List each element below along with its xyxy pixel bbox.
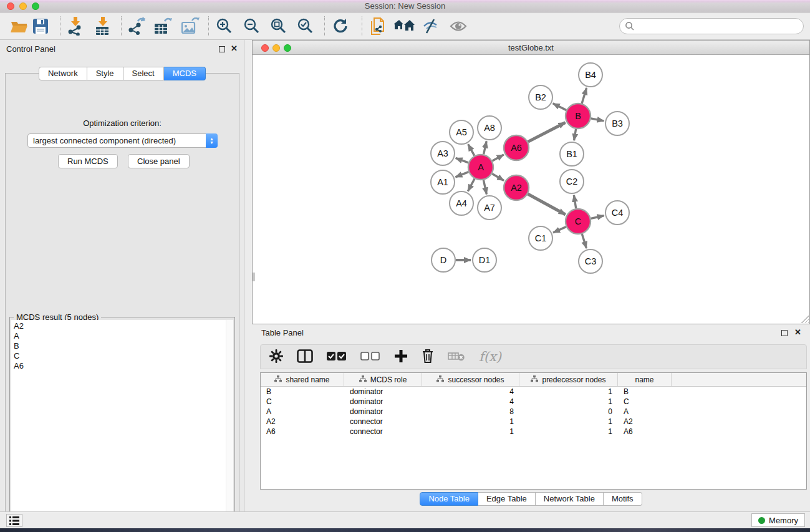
node-C1[interactable]: C1 (529, 226, 552, 250)
mcds-result-item[interactable]: B (14, 341, 226, 351)
memory-button[interactable]: Memory (751, 513, 805, 527)
table-cell[interactable]: 1 (519, 417, 618, 426)
window-resize-grip[interactable] (801, 316, 809, 323)
table-cell[interactable]: 0 (519, 407, 618, 416)
edge-B-B3[interactable] (591, 118, 604, 121)
edge-A-A7[interactable] (483, 180, 486, 195)
table-cell[interactable]: A6 (618, 427, 672, 436)
edge-A6-B[interactable] (528, 123, 566, 142)
table-cell[interactable]: dominator (344, 387, 422, 396)
table-cell[interactable]: 1 (422, 417, 519, 426)
node-B[interactable]: B (566, 104, 591, 128)
edge-A-A4[interactable] (468, 179, 475, 191)
node-A8[interactable]: A8 (478, 116, 501, 140)
network-scrollbar-stub[interactable] (253, 273, 255, 281)
table-cell[interactable]: 4 (422, 387, 519, 396)
table-cell[interactable]: B (618, 387, 672, 396)
table-cell[interactable]: A (261, 407, 344, 416)
table-cell[interactable]: C (261, 397, 344, 406)
import-table-icon[interactable] (94, 17, 111, 36)
show-details-eye-icon[interactable] (449, 17, 468, 36)
node-table-body[interactable]: Bdominator41BCdominator41CAdominator80AA… (261, 387, 806, 437)
node-D[interactable]: D (432, 248, 455, 272)
zoom-out-icon[interactable] (243, 17, 261, 36)
tab-motifs[interactable]: Motifs (604, 492, 642, 506)
close-table-panel-icon[interactable]: ✕ (794, 327, 801, 337)
float-table-panel-icon[interactable] (781, 329, 788, 338)
mcds-result-item[interactable]: A2 (14, 321, 226, 331)
add-column-icon[interactable] (394, 349, 408, 365)
export-table-icon[interactable] (153, 17, 172, 36)
mcds-result-list[interactable]: A2ABCA6 (11, 320, 226, 531)
column-header-successor-nodes[interactable]: successor nodes (422, 373, 519, 386)
hide-details-icon[interactable] (422, 17, 440, 36)
tab-style[interactable]: Style (87, 67, 123, 80)
close-panel-icon[interactable]: ✕ (231, 44, 238, 53)
node-B4[interactable]: B4 (579, 63, 602, 87)
table-cell[interactable]: 8 (422, 407, 519, 416)
table-cell[interactable]: A2 (261, 417, 344, 426)
column-header-name[interactable]: name (618, 373, 672, 386)
edge-B-B1[interactable] (574, 129, 576, 141)
search-input[interactable] (635, 20, 803, 32)
node-B3[interactable]: B3 (605, 112, 629, 135)
node-A5[interactable]: A5 (450, 120, 473, 144)
table-cell[interactable]: 4 (422, 397, 519, 406)
tab-mcds[interactable]: MCDS (164, 67, 206, 80)
export-image-icon[interactable] (181, 17, 200, 36)
column-header-shared-name[interactable]: shared name (261, 373, 344, 386)
delete-table-icon[interactable] (448, 351, 465, 364)
criterion-dropdown[interactable]: largest connected component (directed) ▲… (27, 133, 218, 148)
tab-network-table[interactable]: Network Table (536, 492, 604, 506)
run-mcds-button[interactable]: Run MCDS (58, 154, 118, 168)
table-cell[interactable]: connector (344, 427, 422, 436)
table-cell[interactable]: A (618, 407, 672, 416)
export-network-icon[interactable] (127, 17, 146, 36)
delete-column-icon[interactable] (422, 349, 434, 365)
edge-A-A3[interactable] (456, 158, 469, 162)
edge-C-C2[interactable] (574, 195, 576, 209)
network-window-titlebar[interactable]: testGlobe.txt (253, 40, 809, 55)
home-layout-icon[interactable] (394, 17, 415, 36)
table-cell[interactable]: dominator (344, 397, 422, 406)
node-C3[interactable]: C3 (579, 249, 602, 273)
node-C4[interactable]: C4 (605, 201, 629, 225)
float-panel-icon[interactable] (219, 45, 225, 54)
edge-A-A6[interactable] (492, 155, 503, 161)
tab-select[interactable]: Select (123, 67, 164, 80)
edge-A-A8[interactable] (484, 141, 487, 154)
mcds-list-scrollbar[interactable] (226, 320, 233, 531)
tab-network[interactable]: Network (39, 67, 87, 80)
deselect-all-icon[interactable] (360, 351, 380, 363)
table-row[interactable]: A6connector11A6 (261, 427, 806, 437)
table-cell[interactable]: 1 (519, 387, 618, 396)
zoom-in-icon[interactable] (216, 17, 233, 36)
edge-B-B4[interactable] (582, 88, 587, 104)
edge-A-A1[interactable] (455, 172, 468, 177)
tab-edge-table[interactable]: Edge Table (478, 492, 536, 506)
edge-B-B2[interactable] (553, 104, 567, 110)
node-B2[interactable]: B2 (529, 85, 552, 109)
network-canvas[interactable]: B4B2BB3A8A5A6A3B1AA1C2A2A4A7C4CC1C3DD1 (253, 56, 809, 323)
zoom-fit-icon[interactable] (270, 17, 287, 36)
node-C2[interactable]: C2 (560, 170, 584, 193)
mcds-result-item[interactable]: C (14, 351, 226, 361)
network-graph[interactable]: B4B2BB3A8A5A6A3B1AA1C2A2A4A7C4CC1C3DD1 (253, 56, 809, 323)
edge-C-C3[interactable] (582, 234, 586, 248)
save-session-icon[interactable] (32, 17, 49, 36)
table-row[interactable]: Cdominator41C (261, 397, 806, 407)
node-C[interactable]: C (566, 209, 591, 234)
node-B1[interactable]: B1 (560, 142, 584, 166)
table-row[interactable]: A2connector11A2 (261, 417, 806, 427)
node-table-header[interactable]: shared nameMCDS rolesuccessor nodesprede… (261, 373, 806, 387)
edge-C-C4[interactable] (591, 216, 604, 219)
table-cell[interactable]: C (618, 397, 672, 406)
node-A1[interactable]: A1 (431, 170, 455, 194)
node-A6[interactable]: A6 (504, 135, 529, 160)
clone-network-icon[interactable] (369, 17, 387, 36)
select-all-icon[interactable] (327, 351, 347, 363)
node-table[interactable]: shared nameMCDS rolesuccessor nodesprede… (260, 372, 807, 490)
node-A2[interactable]: A2 (504, 175, 529, 200)
column-header-mcds-role[interactable]: MCDS role (344, 373, 422, 386)
split-columns-icon[interactable] (297, 349, 313, 365)
